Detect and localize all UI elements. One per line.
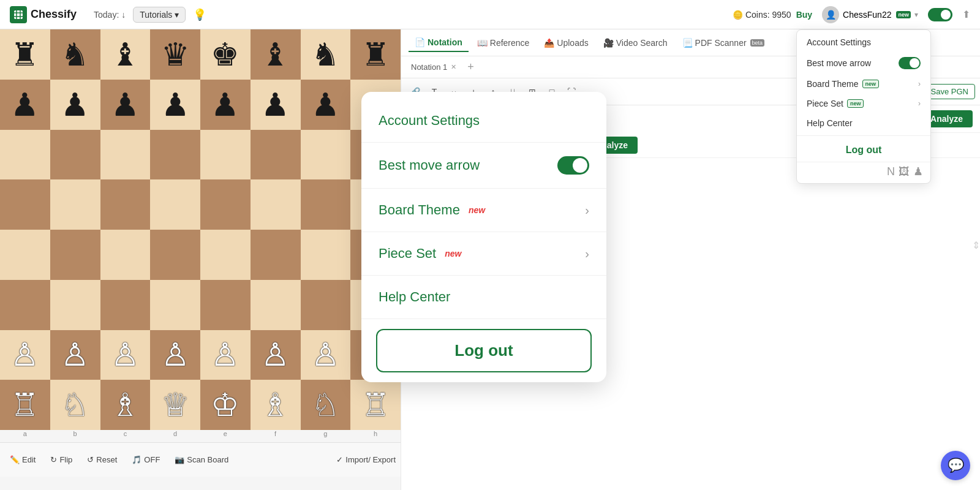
dd-help-center[interactable]: Help Center (797, 113, 930, 133)
cell-2-2[interactable] (100, 130, 151, 180)
big-dd-account-settings[interactable]: Account Settings (361, 102, 606, 140)
cell-1-3[interactable]: ♟ (150, 80, 200, 130)
piece-1-4: ♟ (211, 89, 239, 121)
flip-button[interactable]: ↻ Flip (45, 453, 77, 467)
cell-4-0[interactable] (0, 230, 50, 280)
cell-4-6[interactable] (301, 230, 351, 280)
collapse-button[interactable]: ⬆ (962, 9, 970, 20)
cell-1-2[interactable]: ♟ (100, 80, 151, 130)
add-tab-button[interactable]: + (464, 61, 478, 74)
cell-7-6[interactable]: ♘ (301, 380, 351, 430)
big-dd-help-center[interactable]: Help Center (361, 278, 606, 316)
cell-5-1[interactable] (50, 280, 100, 330)
tutorials-button[interactable]: Tutorials ▾ (133, 7, 186, 23)
cell-0-4[interactable]: ♚ (200, 29, 251, 80)
dd-logout-button[interactable]: Log out (797, 138, 930, 162)
best-move-toggle-small[interactable] (899, 57, 921, 69)
cell-3-1[interactable] (50, 179, 100, 230)
cell-0-7[interactable]: ♜ (350, 29, 401, 80)
cell-3-5[interactable] (251, 179, 301, 230)
cell-0-1[interactable]: ♞ (50, 29, 100, 80)
tab-pdf-scanner[interactable]: 📃 PDF Scanner beta (676, 34, 771, 51)
tab-video-search[interactable]: 🎥 Video Search (597, 34, 674, 51)
cell-7-3[interactable]: ♕ (150, 380, 200, 430)
resize-handle[interactable]: ⇕ (972, 239, 980, 251)
big-dd-piece-set[interactable]: Piece Set new › (361, 235, 606, 273)
cell-7-5[interactable]: ♗ (251, 380, 301, 430)
piece-6-4: ♙ (211, 339, 239, 371)
buy-button[interactable]: Buy (796, 10, 812, 20)
cell-6-1[interactable]: ♙ (50, 330, 100, 380)
cell-2-5[interactable] (251, 130, 301, 180)
big-dd-best-move[interactable]: Best move arrow (361, 145, 606, 186)
cell-7-7[interactable]: ♖ (350, 380, 401, 430)
cell-0-2[interactable]: ♝ (100, 29, 151, 80)
cell-6-2[interactable]: ♙ (100, 330, 151, 380)
big-logout-button[interactable]: Log out (376, 329, 592, 372)
cell-2-6[interactable] (301, 130, 351, 180)
tab-reference[interactable]: 📖 Reference (471, 34, 536, 51)
reset-button[interactable]: ↺ Reset (82, 453, 122, 467)
cell-6-5[interactable]: ♙ (251, 330, 301, 380)
cell-1-5[interactable]: ♟ (251, 80, 301, 130)
discord-button[interactable]: 💬 (941, 451, 970, 480)
off-button[interactable]: 🎵 OFF (127, 453, 165, 467)
cell-1-4[interactable]: ♟ (200, 80, 251, 130)
cell-5-0[interactable] (0, 280, 50, 330)
tab-notation[interactable]: 📄 Notation (409, 34, 469, 52)
cell-5-2[interactable] (100, 280, 151, 330)
cell-6-3[interactable]: ♙ (150, 330, 200, 380)
edit-button[interactable]: ✏️ Edit (5, 453, 40, 467)
cell-7-1[interactable]: ♘ (50, 380, 100, 430)
cell-4-3[interactable] (150, 230, 200, 280)
cell-7-0[interactable]: ♖ (0, 380, 50, 430)
cell-5-5[interactable] (251, 280, 301, 330)
cell-4-2[interactable] (100, 230, 151, 280)
user-avatar-area[interactable]: 👤 ChessFun22 new ▾ (822, 6, 918, 23)
bulb-icon[interactable]: 💡 (193, 8, 206, 21)
cell-7-4[interactable]: ♔ (200, 380, 251, 430)
cell-7-2[interactable]: ♗ (100, 380, 151, 430)
sub-tab-notation1[interactable]: Notation 1 ✕ (406, 60, 461, 74)
dd-best-move-arrow[interactable]: Best move arrow (797, 52, 930, 74)
cell-0-5[interactable]: ♝ (251, 29, 301, 80)
cell-1-1[interactable]: ♟ (50, 80, 100, 130)
cell-2-1[interactable] (50, 130, 100, 180)
cell-0-0[interactable]: ♜ (0, 29, 50, 80)
cell-6-6[interactable]: ♙ (301, 330, 351, 380)
cell-6-0[interactable]: ♙ (0, 330, 50, 380)
cell-4-5[interactable] (251, 230, 301, 280)
cell-2-4[interactable] (200, 130, 251, 180)
main-toggle[interactable] (928, 8, 952, 21)
cell-3-2[interactable] (100, 179, 151, 230)
big-dd-board-theme[interactable]: Board Theme new › (361, 191, 606, 229)
dd-board-theme[interactable]: Board Theme new › (797, 74, 930, 94)
cell-0-6[interactable]: ♞ (301, 29, 351, 80)
reset-icon: ↺ (87, 455, 94, 464)
cell-3-0[interactable] (0, 179, 50, 230)
cell-1-6[interactable]: ♟ (301, 80, 351, 130)
cell-0-3[interactable]: ♛ (150, 29, 200, 80)
cell-4-1[interactable] (50, 230, 100, 280)
cell-6-4[interactable]: ♙ (200, 330, 251, 380)
cell-2-3[interactable] (150, 130, 200, 180)
file-c: c (100, 430, 151, 442)
cell-5-4[interactable] (200, 280, 251, 330)
dd-account-settings[interactable]: Account Settings (797, 32, 930, 52)
cell-3-6[interactable] (301, 179, 351, 230)
cell-3-3[interactable] (150, 179, 200, 230)
user-dropdown-arrow[interactable]: ▾ (914, 10, 918, 19)
cell-4-4[interactable] (200, 230, 251, 280)
tab-uploads[interactable]: 📤 Uploads (538, 34, 594, 51)
cell-5-6[interactable] (301, 280, 351, 330)
cell-3-4[interactable] (200, 179, 251, 230)
scan-board-button[interactable]: 📷 Scan Board (170, 453, 233, 467)
piece-0-3: ♛ (161, 39, 190, 70)
cell-1-0[interactable]: ♟ (0, 80, 50, 130)
import-export-button[interactable]: ✓ Import/ Export (336, 455, 396, 464)
big-best-move-toggle[interactable] (557, 156, 589, 175)
close-tab-icon[interactable]: ✕ (451, 63, 456, 71)
cell-5-3[interactable] (150, 280, 200, 330)
dd-piece-set[interactable]: Piece Set new › (797, 94, 930, 113)
cell-2-0[interactable] (0, 130, 50, 180)
